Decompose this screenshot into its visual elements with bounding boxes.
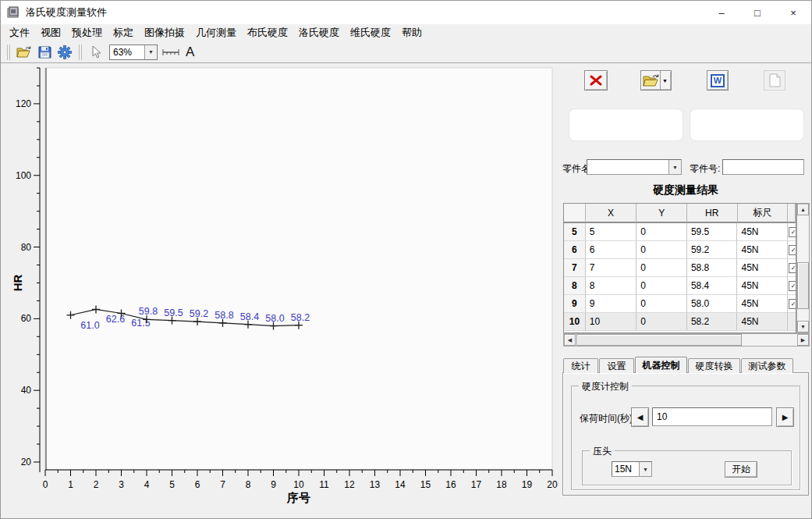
cell-combobox-icon[interactable]: ✓	[789, 245, 796, 255]
app-window: 洛氏硬度测量软件 – □ × 文件 视图 预处理 标定 图像拍摄 几何测量 布氏…	[0, 0, 812, 519]
scroll-down-icon[interactable]: ▼	[797, 321, 809, 332]
cell-scale: 45N	[737, 241, 788, 259]
toolbar-grip[interactable]	[79, 44, 82, 60]
svg-text:58.8: 58.8	[215, 310, 233, 321]
col-header-y: Y	[636, 204, 687, 223]
cell-y: 0	[636, 259, 687, 277]
menu-rockwell[interactable]: 洛氏硬度	[293, 24, 345, 41]
svg-text:61.0: 61.0	[80, 320, 99, 331]
preview-box-right	[690, 108, 804, 141]
svg-text:18: 18	[496, 479, 507, 490]
col-header-scale: 标尺	[738, 204, 789, 223]
part-name-combobox[interactable]: ▼	[587, 159, 682, 175]
row-index: 5	[564, 223, 586, 241]
tab-hardness-conversion[interactable]: 硬度转换	[688, 358, 740, 373]
chevron-down-icon[interactable]: ▼	[668, 160, 681, 174]
cursor-tool-button[interactable]	[87, 43, 105, 62]
tab-test-parameters[interactable]: 测试参数	[741, 358, 793, 373]
cell-extra: ✓	[788, 223, 796, 241]
table-vertical-scrollbar[interactable]: ▲ ▼	[796, 203, 810, 333]
menu-calibration[interactable]: 标定	[108, 24, 139, 41]
svg-text:80: 80	[21, 242, 32, 253]
new-document-button[interactable]	[764, 70, 785, 91]
results-title: 硬度测量结果	[558, 183, 812, 197]
minimize-button[interactable]: –	[704, 1, 739, 24]
table-row[interactable]: 8 8 0 58.4 45N ✓	[564, 277, 796, 295]
settings-button[interactable]	[55, 43, 74, 62]
scroll-left-icon[interactable]: ◀	[564, 334, 576, 346]
indenter-combobox[interactable]: 15N ▼	[612, 461, 652, 477]
menu-geometry-measure[interactable]: 几何测量	[190, 24, 242, 41]
svg-text:120: 120	[16, 98, 31, 109]
cell-combobox-icon[interactable]: ✓	[789, 263, 796, 273]
spin-down-icon[interactable]: ◀	[631, 407, 649, 427]
row-index: 9	[564, 295, 586, 313]
horizontal-scroll-thumb[interactable]	[576, 334, 742, 346]
cell-scale: 45N	[737, 277, 788, 295]
ruler-icon	[162, 48, 179, 57]
svg-text:5: 5	[169, 479, 175, 490]
svg-text:8: 8	[246, 479, 251, 490]
results-panel: ▼ W 零件名: ▼ 零件号: 硬度测量结果	[558, 64, 812, 519]
scroll-up-icon[interactable]: ▲	[797, 204, 809, 215]
menu-preprocess[interactable]: 预处理	[66, 24, 108, 41]
tab-machine-control[interactable]: 机器控制	[635, 357, 687, 373]
svg-text:2: 2	[94, 479, 99, 490]
hold-time-label: 保荷时间(秒)	[580, 412, 633, 425]
cell-combobox-icon[interactable]: ✓	[789, 299, 796, 309]
svg-text:20: 20	[547, 479, 558, 490]
table-horizontal-scrollbar[interactable]: ◀ ▶	[563, 333, 810, 347]
part-number-input[interactable]	[722, 159, 804, 175]
svg-text:3: 3	[119, 479, 124, 490]
menu-view[interactable]: 视图	[35, 24, 66, 41]
svg-text:6: 6	[195, 479, 200, 490]
table-row-selected[interactable]: 10 10 0 58.2 45N	[564, 313, 796, 331]
cell-hr: 58.8	[687, 259, 738, 277]
toolbar-grip[interactable]	[7, 44, 10, 60]
vertical-scroll-thumb[interactable]	[797, 262, 809, 309]
maximize-button[interactable]: □	[739, 1, 775, 24]
menu-vickers[interactable]: 维氏硬度	[345, 24, 396, 41]
svg-text:4: 4	[144, 479, 150, 490]
export-word-button[interactable]: W	[707, 70, 729, 91]
row-index: 10	[564, 313, 586, 331]
svg-text:40: 40	[21, 385, 32, 396]
delete-result-button[interactable]	[584, 70, 608, 91]
menu-image-capture[interactable]: 图像拍摄	[139, 24, 190, 41]
table-header-row: X Y HR 标尺	[564, 204, 796, 223]
svg-text:序号: 序号	[286, 491, 310, 504]
tab-settings[interactable]: 设置	[599, 358, 634, 373]
hold-time-input[interactable]	[652, 407, 772, 426]
close-button[interactable]: ×	[775, 1, 811, 24]
menu-help[interactable]: 帮助	[396, 24, 427, 41]
main-area: 20406080100120HR012345678910111213141516…	[1, 64, 812, 519]
open-results-button[interactable]: ▼	[640, 70, 672, 91]
cell-combobox-icon[interactable]: ✓	[789, 281, 796, 291]
chevron-down-icon[interactable]: ▼	[144, 45, 157, 59]
tab-statistics[interactable]: 统计	[563, 358, 598, 373]
cell-scale: 45N	[737, 223, 788, 241]
cell-combobox-icon[interactable]: ✓	[789, 227, 796, 237]
svg-text:59.5: 59.5	[164, 307, 183, 318]
spin-up-icon[interactable]: ▶	[776, 407, 794, 427]
menu-brinell[interactable]: 布氏硬度	[242, 24, 293, 41]
table-row[interactable]: 9 9 0 58.0 45N ✓	[564, 295, 796, 313]
toolbar: 63% ▼ A	[1, 41, 811, 63]
control-tabs: 统计 设置 机器控制 硬度转换 测试参数	[563, 357, 794, 373]
zoom-level-combobox[interactable]: 63% ▼	[109, 44, 158, 60]
menu-file[interactable]: 文件	[4, 24, 35, 41]
table-row[interactable]: 5 5 0 59.5 45N ✓	[564, 223, 796, 241]
scroll-right-icon[interactable]: ▶	[797, 334, 809, 346]
chevron-down-icon[interactable]: ▼	[660, 71, 669, 90]
start-button[interactable]: 开始	[725, 461, 757, 478]
open-file-button[interactable]	[15, 43, 34, 62]
text-annotation-tool[interactable]: A	[186, 44, 194, 60]
svg-text:0: 0	[43, 479, 48, 490]
table-row[interactable]: 6 6 0 59.2 45N ✓	[564, 241, 796, 259]
table-row[interactable]: 7 7 0 58.8 45N ✓	[564, 259, 796, 277]
svg-text:100: 100	[16, 170, 31, 181]
chevron-down-icon[interactable]: ▼	[639, 462, 651, 476]
svg-text:11: 11	[319, 479, 329, 490]
measure-tool-button[interactable]	[161, 43, 180, 62]
save-button[interactable]	[35, 43, 54, 62]
